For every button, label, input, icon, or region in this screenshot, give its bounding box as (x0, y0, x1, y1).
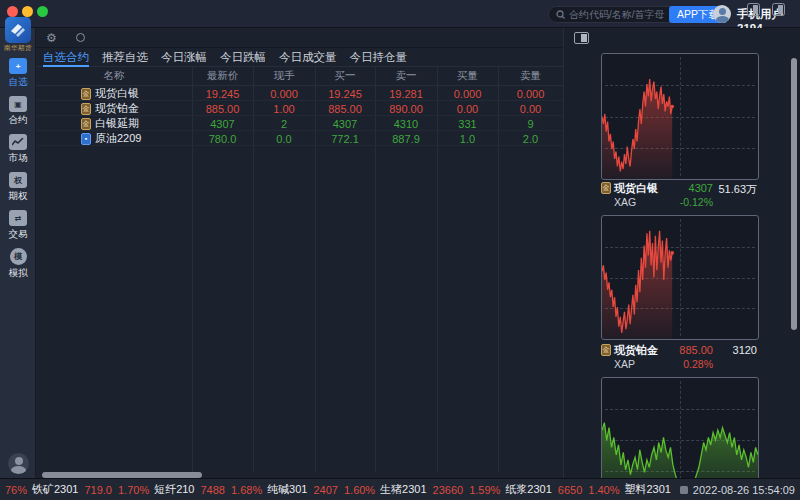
window-close-button[interactable] (7, 6, 18, 17)
sidebar-item-simulation[interactable]: 模 模拟 (0, 248, 36, 280)
sparkline-chart (602, 54, 758, 179)
bid-vol: 331 (437, 118, 498, 130)
table-row[interactable]: 金现货白银 19.245 0.000 19.245 19.281 0.000 0… (36, 86, 563, 101)
bid-vol: 0.00 (437, 103, 498, 115)
col-ask-vol[interactable]: 卖量 (498, 69, 563, 83)
settings-gear-icon[interactable]: ⚙ (46, 31, 57, 45)
sidebar-item-contracts[interactable]: ▣ 合约 (0, 96, 36, 127)
quote-table: 名称 最新价 现手 买一 卖一 买量 卖量 金现货白银 19.245 0.000… (36, 67, 563, 472)
main-toolbar: ⚙ (36, 28, 563, 48)
trade-arrows-icon: ⇄ (9, 210, 27, 226)
last-price: 19.245 (192, 88, 253, 100)
last-price: 885.00 (192, 103, 253, 115)
sidebar-item-watchlist[interactable]: + 自选 (0, 58, 36, 89)
instrument-name: 现货白银 (95, 86, 139, 101)
layout-toggle-icon[interactable] (747, 3, 760, 16)
sparkline-chart (602, 216, 758, 339)
bid-vol: 1.0 (437, 133, 498, 145)
ticker-name: 短纤210 (154, 482, 194, 497)
ticker-item[interactable]: 铁矿2301 719.0 1.70% (32, 482, 149, 497)
table-row[interactable]: 金白银延期 4307 2 4307 4310 331 9 (36, 116, 563, 131)
ask-vol: 0.00 (498, 103, 563, 115)
app-window: APP下载 手机用户2194 南华期货 + 自选 ▣ 合约 市场 (0, 0, 800, 500)
ticker-item[interactable]: 生猪2301 23660 1.59% (380, 482, 500, 497)
sidebar-item-label: 期权 (9, 190, 28, 203)
last-price: 4307 (192, 118, 253, 130)
mini-chart-silver[interactable] (601, 53, 759, 180)
tab-open-interest[interactable]: 今日持仓量 (350, 48, 408, 67)
ticker-name: 铁矿2301 (32, 482, 78, 497)
ticker-partial: 76% (5, 484, 27, 496)
market-chart-icon (9, 134, 27, 150)
window-minimize-button[interactable] (22, 6, 33, 17)
ticker-item[interactable]: 塑料2301 (624, 482, 687, 497)
sidebar-item-trade[interactable]: ⇄ 交易 (0, 210, 36, 241)
tab-top-gainers[interactable]: 今日涨幅 (161, 48, 207, 67)
window-zoom-button[interactable] (37, 6, 48, 17)
last-price: 780.0 (192, 133, 253, 145)
lot: 1.00 (253, 103, 315, 115)
gold-exchange-icon: 金 (81, 103, 91, 115)
ticker-name: 纸浆2301 (505, 482, 551, 497)
sidebar-item-label: 市场 (9, 152, 28, 165)
mini-chart-platinum[interactable] (601, 215, 759, 340)
table-row[interactable]: 金现货铂金 885.00 1.00 885.00 890.00 0.00 0.0… (36, 101, 563, 116)
ticker-change: 1.68% (231, 484, 262, 496)
sidebar-item-label: 合约 (9, 114, 28, 127)
tab-top-losers[interactable]: 今日跌幅 (220, 48, 266, 67)
ticker-price: 719.0 (84, 484, 112, 496)
chart-label-silver[interactable]: 金 现货白银 4307 51.63万 XAG -0.12% (601, 181, 759, 209)
bid: 772.1 (315, 133, 375, 145)
refresh-circle-icon[interactable] (76, 33, 85, 42)
sidebar-item-options[interactable]: 权 期权 (0, 172, 36, 203)
instrument-name: 白银延期 (95, 116, 139, 131)
tab-volume[interactable]: 今日成交量 (279, 48, 337, 67)
gold-exchange-icon: 金 (601, 182, 611, 194)
tab-watchlist-contracts[interactable]: 自选合约 (43, 48, 89, 67)
lot: 0.000 (253, 88, 315, 100)
col-name[interactable]: 名称 (36, 69, 192, 83)
ask: 4310 (375, 118, 437, 130)
table-row[interactable]: ▪原油2209 780.0 0.0 772.1 887.9 1.0 2.0 (36, 131, 563, 146)
instrument-mini-icon (680, 486, 688, 494)
sidebar-item-market[interactable]: 市场 (0, 134, 36, 165)
col-ask[interactable]: 卖一 (375, 69, 437, 83)
ticker-item[interactable]: 短纤210 7488 1.68% (154, 482, 262, 497)
col-last-price[interactable]: 最新价 (192, 69, 253, 83)
tab-recommended[interactable]: 推荐自选 (102, 48, 148, 67)
table-header: 名称 最新价 现手 买一 卖一 买量 卖量 (36, 67, 563, 86)
ticker-price: 23660 (433, 484, 464, 496)
ask: 19.281 (375, 88, 437, 100)
bid: 885.00 (315, 103, 375, 115)
user-avatar[interactable] (713, 5, 731, 23)
bid: 19.245 (315, 88, 375, 100)
ask-vol: 9 (498, 118, 563, 130)
logo-text: 南华期货 (0, 44, 36, 53)
card-change: 0.28% (683, 358, 713, 370)
ticker-name: 塑料2301 (624, 482, 670, 497)
statusbar-ticker: 76% 铁矿2301 719.0 1.70% 短纤210 7488 1.68% … (0, 478, 800, 500)
col-bid[interactable]: 买一 (315, 69, 375, 83)
vertical-scrollbar[interactable] (791, 58, 797, 330)
card-instrument-name: 现货白银 (614, 181, 658, 196)
watchlist-tabs: 自选合约 推荐自选 今日涨幅 今日跌幅 今日成交量 今日持仓量 (36, 48, 563, 67)
col-bid-vol[interactable]: 买量 (437, 69, 498, 83)
panel-layout-icon[interactable] (574, 32, 589, 44)
gold-exchange-icon: 金 (601, 344, 611, 356)
watchlist-plus-icon: + (9, 58, 27, 74)
col-lot[interactable]: 现手 (253, 69, 315, 83)
card-code: XAG (614, 196, 636, 208)
ticker-item[interactable]: 纸浆2301 6650 1.40% (505, 482, 619, 497)
app-logo (5, 17, 31, 43)
ticker-price: 2407 (313, 484, 337, 496)
main-content: ⚙ 自选合约 推荐自选 今日涨幅 今日跌幅 今日成交量 今日持仓量 名称 最新价… (36, 28, 563, 478)
contract-stamp-icon: ▣ (9, 96, 27, 112)
chart-panel: 金 现货白银 4307 51.63万 XAG -0.12% 金 现货铂金 885… (563, 28, 800, 478)
card-price: 885.00 (679, 344, 713, 356)
card-instrument-name: 现货铂金 (614, 343, 658, 358)
chart-label-platinum[interactable]: 金 现货铂金 885.00 3120 XAP 0.28% (601, 343, 759, 371)
layout-toggle-icon[interactable] (772, 3, 785, 16)
ticker-item[interactable]: 纯碱301 2407 1.60% (267, 482, 375, 497)
profile-avatar[interactable] (8, 453, 29, 474)
sidebar-item-label: 模拟 (9, 267, 28, 280)
